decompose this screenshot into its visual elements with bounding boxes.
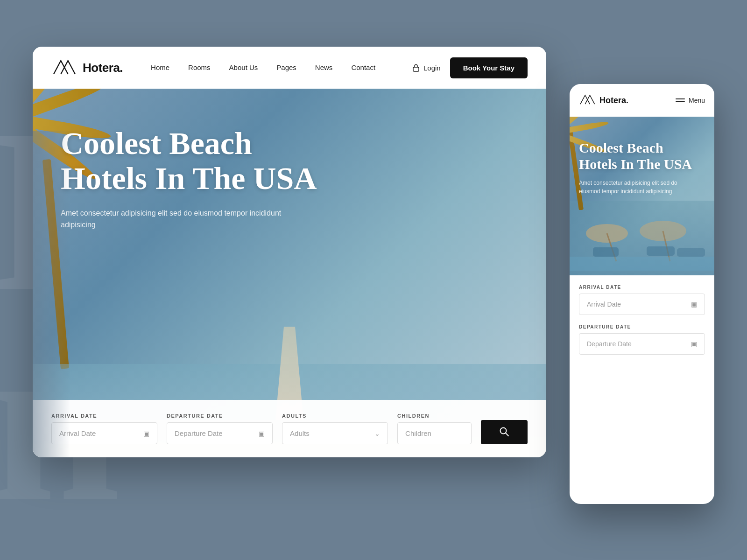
book-your-stay-button[interactable]: Book Your Stay <box>450 57 528 78</box>
nav-item-rooms[interactable]: Rooms <box>188 63 211 72</box>
svg-line-2 <box>506 433 508 436</box>
arrival-calendar-icon: ▣ <box>143 430 149 437</box>
mobile-pool-area <box>570 201 714 275</box>
adults-select[interactable]: Adults ⌄ <box>282 422 388 444</box>
mobile-logo-area: Hotera. <box>579 92 628 108</box>
lock-icon <box>412 63 420 72</box>
mobile-hero-content: Coolest Beach Hotels In The USA Amet con… <box>579 140 692 196</box>
nav-link-rooms[interactable]: Rooms <box>188 63 211 71</box>
mobile-arrival-input[interactable]: Arrival Date ▣ <box>579 294 705 315</box>
adults-chevron-icon: ⌄ <box>374 430 380 437</box>
mobile-logo-text: Hotera. <box>599 96 628 105</box>
mobile-arrival-field: ARRIVAL DATE Arrival Date ▣ <box>579 285 705 315</box>
hero-subtitle: Amet consectetur adipisicing elit sed do… <box>61 207 313 231</box>
departure-date-field: DEPARTURE DATE Departure Date ▣ <box>167 413 273 444</box>
hamburger-icon <box>676 98 685 102</box>
nav-links: Home Rooms About Us Pages News Contact <box>151 63 375 72</box>
desktop-hero: Coolest Beach Hotels In The USA Amet con… <box>33 89 546 457</box>
search-icon <box>499 427 509 437</box>
departure-date-label: DEPARTURE DATE <box>167 413 273 419</box>
mobile-arrival-label: ARRIVAL DATE <box>579 285 705 290</box>
svg-rect-5 <box>593 247 619 257</box>
nav-link-pages[interactable]: Pages <box>276 63 296 71</box>
adults-field: ADULTS Adults ⌄ <box>282 413 388 444</box>
desktop-mockup: Hotera. Home Rooms About Us Pages News <box>33 47 546 457</box>
nav-item-news[interactable]: News <box>315 63 333 72</box>
nav-link-home[interactable]: Home <box>151 63 169 71</box>
departure-date-input[interactable]: Departure Date ▣ <box>167 422 273 444</box>
nav-link-about[interactable]: About Us <box>229 63 258 71</box>
svg-rect-0 <box>413 67 419 71</box>
mobile-departure-input[interactable]: Departure Date ▣ <box>579 333 705 355</box>
adults-label: ADULTS <box>282 413 388 419</box>
booking-bar: ARRIVAL DATE Arrival Date ▣ DEPARTURE DA… <box>33 400 546 457</box>
mobile-arrival-calendar-icon: ▣ <box>691 301 697 308</box>
logo-icon <box>51 56 77 79</box>
svg-rect-10 <box>570 257 714 271</box>
login-button[interactable]: Login <box>412 63 441 72</box>
mobile-hero-title: Coolest Beach Hotels In The USA <box>579 140 692 172</box>
mobile-hero: Coolest Beach Hotels In The USA Amet con… <box>570 117 714 275</box>
mobile-menu-label: Menu <box>689 97 705 104</box>
mobile-departure-label: DEPARTURE DATE <box>579 324 705 329</box>
login-label: Login <box>423 64 441 72</box>
svg-rect-9 <box>677 248 705 257</box>
beach-scene-svg <box>570 210 714 271</box>
nav-item-home[interactable]: Home <box>151 63 169 72</box>
hamburger-line-2 <box>676 101 685 102</box>
desktop-logo-text: Hotera. <box>83 61 123 75</box>
nav-item-pages[interactable]: Pages <box>276 63 296 72</box>
desktop-navbar: Hotera. Home Rooms About Us Pages News <box>33 47 546 89</box>
mobile-hero-subtitle: Amet consectetur adipisicing elit sed do… <box>579 179 691 196</box>
mobile-menu-button[interactable]: Menu <box>676 97 705 104</box>
nav-item-about[interactable]: About Us <box>229 63 258 72</box>
search-button[interactable] <box>481 420 528 444</box>
children-label: CHILDREN <box>397 413 472 419</box>
nav-link-news[interactable]: News <box>315 63 333 71</box>
svg-rect-8 <box>647 246 675 256</box>
nav-link-contact[interactable]: Contact <box>351 63 375 71</box>
side-blur-left <box>33 131 70 457</box>
logo-area: Hotera. <box>51 56 123 79</box>
mobile-departure-calendar-icon: ▣ <box>691 340 697 348</box>
children-input[interactable]: Children <box>397 422 472 444</box>
scene-container: Hotera. Home Rooms About Us Pages News <box>33 47 714 513</box>
hero-content: Coolest Beach Hotels In The USA Amet con… <box>61 126 317 231</box>
departure-calendar-icon: ▣ <box>259 430 265 437</box>
mobile-navbar: Hotera. Menu <box>570 84 714 117</box>
mobile-mockup: Hotera. Menu <box>570 84 714 504</box>
palm-leaf-3 <box>33 89 108 121</box>
mobile-booking: ARRIVAL DATE Arrival Date ▣ DEPARTURE DA… <box>570 275 714 373</box>
mobile-palm-leaf-3 <box>570 120 609 134</box>
hero-title: Coolest Beach Hotels In The USA <box>61 126 317 196</box>
children-field: CHILDREN Children <box>397 413 472 444</box>
nav-right: Login Book Your Stay <box>412 57 528 78</box>
nav-item-contact[interactable]: Contact <box>351 63 375 72</box>
hamburger-line-1 <box>676 98 685 99</box>
mobile-logo-icon <box>579 92 596 108</box>
mobile-departure-field: DEPARTURE DATE Departure Date ▣ <box>579 324 705 355</box>
